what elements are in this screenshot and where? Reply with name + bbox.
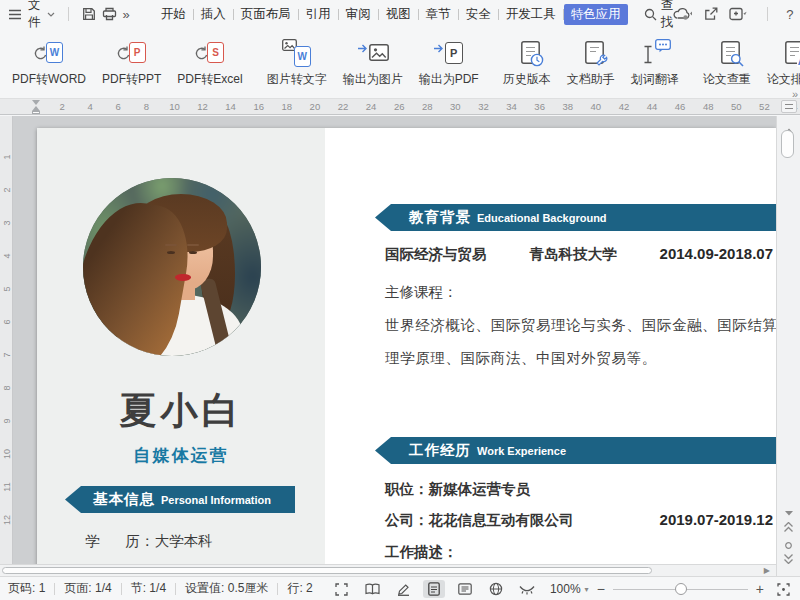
- scroll-right-arrow-icon[interactable]: ▶: [764, 566, 770, 575]
- horizontal-scrollbar-thumb[interactable]: [2, 567, 652, 574]
- education-banner: 教育背景 Educational Background: [375, 204, 776, 231]
- pages-status[interactable]: 页面: 1/4: [64, 580, 111, 597]
- tab-9[interactable]: 开发工具: [499, 4, 563, 25]
- work-desc-label: 工作描述：: [385, 543, 773, 562]
- zoom-slider-thumb[interactable]: [675, 583, 687, 595]
- search-box[interactable]: 查找: [644, 0, 674, 31]
- photo-eyebrow: [165, 244, 177, 246]
- vertical-ruler-number: 10: [2, 449, 12, 460]
- candidate-job-title: 自媒体运营: [37, 444, 325, 467]
- horizontal-scrollbar[interactable]: ▶: [0, 564, 776, 576]
- vertical-scrollbar-thumb[interactable]: [781, 130, 794, 158]
- chevron-down-icon[interactable]: [47, 12, 55, 17]
- ruler-number: 26: [385, 99, 413, 115]
- menu-divider: [68, 7, 69, 21]
- page-view-icon[interactable]: [423, 580, 445, 598]
- hamburger-menu-icon[interactable]: [8, 9, 22, 20]
- zoom-in-button[interactable]: +: [756, 582, 764, 596]
- file-menu-label[interactable]: 文件: [28, 0, 41, 31]
- setting-status[interactable]: 设置值: 0.5厘米: [185, 580, 268, 597]
- ruler-number: 30: [441, 99, 469, 115]
- ruler-number: 34: [498, 99, 526, 115]
- tab-3[interactable]: 页面布局: [234, 4, 298, 25]
- left-indent-marker[interactable]: [32, 111, 40, 114]
- fullscreen-icon[interactable]: [330, 580, 352, 598]
- cloud-sync-icon[interactable]: [673, 7, 693, 21]
- next-page-icon[interactable]: [777, 550, 800, 568]
- work-banner: 工作经历 Work Experience: [375, 437, 776, 464]
- status-divider: [277, 583, 278, 595]
- previous-page-icon[interactable]: [777, 518, 800, 536]
- work-banner-en: Work Experience: [477, 445, 566, 457]
- translate-icon: [639, 37, 671, 69]
- ruler-toggle-button[interactable]: [781, 100, 797, 113]
- vertical-ruler-number: 7: [2, 350, 12, 361]
- first-line-indent-marker[interactable]: [32, 100, 40, 105]
- tab-5[interactable]: 审阅: [339, 4, 378, 25]
- ruler-number: 20: [301, 99, 329, 115]
- toolbar-pdf-to-excel[interactable]: S PDF转Excel: [169, 28, 250, 88]
- tab-6[interactable]: 视图: [379, 4, 418, 25]
- ink-edit-icon[interactable]: [392, 580, 414, 598]
- view-mode-cluster: [330, 577, 538, 600]
- ruler-number: 32: [469, 99, 497, 115]
- print-icon[interactable]: [102, 7, 117, 21]
- menu-left-cluster: 文件 »: [8, 0, 130, 31]
- toolbar-pdf-to-ppt[interactable]: P PDF转PPT: [94, 28, 169, 88]
- photo-eye: [167, 251, 175, 254]
- toolbar-paper-check[interactable]: 论文查重: [695, 28, 759, 88]
- vertical-scrollbar[interactable]: [776, 116, 800, 576]
- read-mode-icon[interactable]: [361, 580, 383, 598]
- share-icon[interactable]: [704, 7, 718, 21]
- horizontal-ruler[interactable]: 2468101214161820222426283032343638404244…: [0, 99, 800, 115]
- work-position: 职位：新媒体运营专员: [385, 480, 773, 499]
- ruler-number: 6: [104, 99, 132, 115]
- ruler-numbers: 2468101214161820222426283032343638404244…: [48, 99, 800, 115]
- toolbar-paper-layout[interactable]: A 论文排版: [759, 28, 800, 88]
- vertical-ruler-number: 3: [2, 218, 12, 229]
- pdf-to-excel-icon: S: [194, 37, 226, 69]
- fit-page-icon[interactable]: [772, 580, 794, 598]
- resume-page[interactable]: 夏小白 自媒体运营 基本信息 Personal Information 学历：大…: [37, 128, 776, 564]
- image-to-text-icon: W: [281, 37, 313, 69]
- quick-access-more-icon[interactable]: »: [123, 7, 130, 22]
- work-company-row: 公司：花花信息互动有限公司 2019.07-2019.12: [385, 511, 773, 530]
- toolbar-image-to-text[interactable]: W 图片转文字: [259, 28, 335, 88]
- vertical-ruler-number: 6: [2, 317, 12, 328]
- page-number-status[interactable]: 页码: 1: [8, 580, 45, 597]
- ruler-number: 22: [329, 99, 357, 115]
- outline-view-icon[interactable]: [454, 580, 476, 598]
- courses-label: 主修课程：: [385, 283, 773, 302]
- zoom-caret-icon[interactable]: ▾: [585, 585, 589, 594]
- toolbar-export-pdf[interactable]: P 输出为PDF: [411, 28, 487, 88]
- menu-bar: 文件 » 开始插入页面布局引用审阅视图章节安全开发工具特色应用 查找: [0, 0, 800, 28]
- search-label: 查找: [661, 0, 674, 31]
- toolbar-pdf-to-word[interactable]: W PDF转WORD: [4, 28, 94, 88]
- zoom-out-button[interactable]: −: [597, 582, 605, 596]
- menu-divider: [767, 7, 768, 21]
- web-view-icon[interactable]: [485, 580, 507, 598]
- status-bar: 页码: 1 页面: 1/4 节: 1/4 设置值: 0.5厘米 行: 2: [0, 576, 800, 600]
- toolbar-history-version[interactable]: 历史版本: [495, 28, 559, 88]
- zoom-value[interactable]: 100%: [550, 582, 581, 596]
- tab-1[interactable]: 开始: [154, 4, 193, 25]
- zoom-slider[interactable]: [613, 582, 748, 596]
- save-icon[interactable]: [82, 7, 96, 21]
- new-tab-icon[interactable]: [729, 7, 749, 21]
- tab-10[interactable]: 特色应用: [564, 4, 628, 25]
- vertical-ruler-number: 5: [2, 284, 12, 295]
- toolbar-doc-assistant[interactable]: 文档助手: [559, 28, 623, 88]
- line-status[interactable]: 行: 2: [287, 580, 312, 597]
- tab-4[interactable]: 引用: [299, 4, 338, 25]
- toolbar-export-image[interactable]: 输出为图片: [335, 28, 411, 88]
- tab-8[interactable]: 安全: [459, 4, 498, 25]
- education-period: 2014.09-2018.07: [660, 245, 773, 262]
- eye-protection-icon[interactable]: [516, 580, 538, 598]
- help-icon[interactable]: ?: [786, 7, 793, 22]
- ruler-number: 10: [160, 99, 188, 115]
- tab-2[interactable]: 插入: [194, 4, 233, 25]
- toolbar-translate[interactable]: 划词翻译: [623, 28, 687, 88]
- document-canvas[interactable]: 123456789101112: [0, 116, 776, 564]
- section-status[interactable]: 节: 1/4: [131, 580, 166, 597]
- tab-7[interactable]: 章节: [419, 4, 458, 25]
